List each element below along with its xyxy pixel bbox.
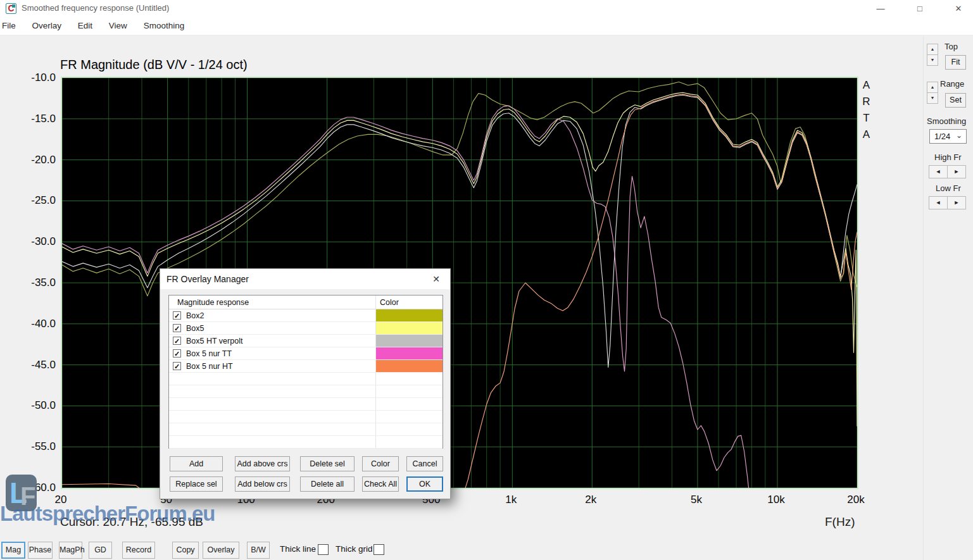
color-swatch[interactable] xyxy=(376,360,443,372)
y-tick-label: -25.0 xyxy=(14,194,56,207)
menu-bar: File Overlay Edit View Smoothing xyxy=(0,17,973,35)
smoothing-label: Smoothing xyxy=(927,116,966,126)
thick-grid-label: Thick grid xyxy=(336,544,373,554)
y-tick-label: -45.0 xyxy=(14,359,56,371)
top-spinner: ▲ ▼ xyxy=(927,44,938,66)
high-fr-right-button[interactable]: ► xyxy=(947,165,966,178)
checkbox-checked[interactable]: ✓ xyxy=(173,337,181,345)
smoothing-value: 1/24 xyxy=(934,132,950,141)
x-tick-label: 5k xyxy=(691,494,702,506)
phase-button[interactable]: Phase xyxy=(28,542,53,559)
copy-button[interactable]: Copy xyxy=(172,542,199,559)
fit-button[interactable]: Fit xyxy=(945,55,966,70)
app-icon: C xyxy=(6,3,16,14)
close-button[interactable]: ✕ xyxy=(944,0,973,17)
y-tick-label: -20.0 xyxy=(14,154,56,166)
set-button[interactable]: Set xyxy=(945,93,966,108)
y-tick-label: -50.0 xyxy=(14,399,56,412)
top-spin-up-button[interactable]: ▲ xyxy=(927,44,938,55)
mag-button[interactable]: Mag xyxy=(1,542,25,559)
dialog-title-bar[interactable]: FR Overlay Manager ✕ xyxy=(160,269,450,289)
checkbox-checked[interactable]: ✓ xyxy=(173,324,181,332)
maximize-button[interactable]: □ xyxy=(905,0,934,17)
record-button[interactable]: Record xyxy=(122,542,155,559)
y-tick-label: -35.0 xyxy=(14,277,56,289)
list-item[interactable]: ✓ Box 5 nur TT xyxy=(169,347,443,360)
gd-button[interactable]: GD xyxy=(89,542,112,559)
color-swatch[interactable] xyxy=(376,335,443,347)
delete-sel-button[interactable]: Delete sel xyxy=(300,456,355,471)
checkbox-checked[interactable]: ✓ xyxy=(173,349,181,358)
empty-row xyxy=(169,423,443,436)
column-header-color: Color xyxy=(380,298,399,307)
menu-edit[interactable]: Edit xyxy=(71,17,99,35)
window-title: Smoothed frequency response (Untitled) xyxy=(22,3,169,13)
delete-all-button[interactable]: Delete all xyxy=(300,476,355,492)
high-fr-left-button[interactable]: ◄ xyxy=(929,165,948,178)
high-fr-label: High Fr xyxy=(934,152,962,162)
thick-grid-checkbox[interactable] xyxy=(374,544,384,555)
column-header-magnitude: Magnitude response xyxy=(177,298,249,307)
empty-row xyxy=(169,385,443,398)
list-header: Magnitude response Color xyxy=(169,296,443,309)
check-all-button[interactable]: Check All xyxy=(362,476,399,492)
replace-sel-button[interactable]: Replace sel xyxy=(170,476,223,492)
right-control-panel xyxy=(923,36,973,560)
list-item[interactable]: ✓ Box5 xyxy=(169,322,443,335)
top-label: Top xyxy=(945,42,958,51)
thick-line-checkbox[interactable] xyxy=(318,544,329,555)
chevron-down-icon: ⌄ xyxy=(956,131,962,140)
range-spin-down-button[interactable]: ▼ xyxy=(927,92,938,104)
overlay-name: Box5 xyxy=(186,324,204,333)
minimize-button[interactable]: — xyxy=(866,0,895,17)
overlay-name: Box 5 nur TT xyxy=(186,349,232,358)
top-spin-down-button[interactable]: ▼ xyxy=(927,54,938,66)
menu-view[interactable]: View xyxy=(102,17,134,35)
y-tick-label: -40.0 xyxy=(14,318,56,330)
bw-button[interactable]: B/W xyxy=(247,542,270,559)
x-tick-label: 20k xyxy=(847,494,864,506)
ok-button[interactable]: OK xyxy=(406,476,443,492)
color-swatch[interactable] xyxy=(376,309,443,321)
add-below-crs-button[interactable]: Add below crs xyxy=(235,476,290,492)
dialog-close-icon[interactable]: ✕ xyxy=(425,269,448,289)
add-above-crs-button[interactable]: Add above crs xyxy=(235,456,290,471)
color-swatch[interactable] xyxy=(376,322,443,334)
list-item[interactable]: ✓ Box5 HT verpolt xyxy=(169,335,443,347)
checkbox-checked[interactable]: ✓ xyxy=(173,362,181,370)
high-fr-arrows: ◄ ► xyxy=(929,165,966,178)
cancel-button[interactable]: Cancel xyxy=(406,456,443,471)
range-label: Range xyxy=(940,79,964,89)
lautsprecherforum-watermark: LautsprecherForum.eu xyxy=(0,502,215,526)
overlay-button[interactable]: Overlay xyxy=(203,542,239,559)
smoothing-dropdown[interactable]: 1/24 ⌄ xyxy=(929,129,967,144)
checkbox-checked[interactable]: ✓ xyxy=(173,311,181,320)
range-spinner: ▲ ▼ xyxy=(927,82,938,104)
y-tick-label: -55.0 xyxy=(14,440,56,453)
low-fr-left-button[interactable]: ◄ xyxy=(929,196,948,209)
empty-row xyxy=(169,436,443,449)
overlay-name: Box2 xyxy=(186,311,204,320)
thick-line-label: Thick line xyxy=(280,544,316,554)
title-bar: C Smoothed frequency response (Untitled)… xyxy=(0,0,973,17)
low-fr-arrows: ◄ ► xyxy=(929,196,966,209)
add-button[interactable]: Add xyxy=(170,456,223,471)
client-area: FR Magnitude (dB V/V - 1/24 oct) -10.0-1… xyxy=(0,36,973,560)
color-swatch[interactable] xyxy=(376,347,443,359)
y-tick-label: -10.0 xyxy=(14,72,56,84)
y-tick-label: -15.0 xyxy=(14,113,56,125)
list-item[interactable]: ✓ Box 5 nur HT xyxy=(169,360,443,373)
color-button[interactable]: Color xyxy=(362,456,399,471)
list-item[interactable]: ✓ Box2 xyxy=(169,309,443,322)
magph-button[interactable]: MagPh xyxy=(59,542,82,559)
low-fr-right-button[interactable]: ► xyxy=(947,196,966,209)
menu-file[interactable]: File xyxy=(0,17,23,35)
overlay-name: Box 5 nur HT xyxy=(186,362,233,371)
menu-smoothing[interactable]: Smoothing xyxy=(137,17,192,35)
fr-overlay-manager-dialog: FR Overlay Manager ✕ Magnitude response … xyxy=(160,268,451,499)
range-spin-up-button[interactable]: ▲ xyxy=(927,82,938,93)
menu-overlay[interactable]: Overlay xyxy=(25,17,69,35)
overlay-list[interactable]: Magnitude response Color ✓ Box2 ✓ Box5 ✓… xyxy=(168,295,443,449)
empty-row xyxy=(169,373,443,385)
y-tick-label: -30.0 xyxy=(14,235,56,248)
